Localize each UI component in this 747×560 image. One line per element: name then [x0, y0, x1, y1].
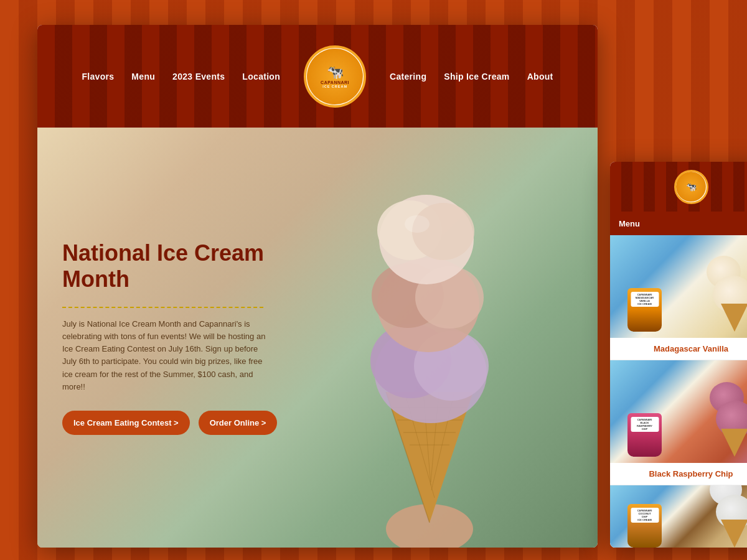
vanilla-flavor-image: CAPANNARIMADAGASCARVANILLAICE CREAM — [610, 235, 747, 338]
hero-buttons: Ice Cream Eating Contest > Order Online … — [62, 411, 299, 435]
hero-title: National Ice Cream Month — [62, 240, 299, 292]
hero-body-text: July is National Ice Cream Month and Cap… — [62, 318, 274, 393]
vanilla-pint: CAPANNARIMADAGASCARVANILLAICE CREAM — [627, 288, 662, 332]
site-logo[interactable]: 🐄 Capannari ICE CREAM — [304, 45, 366, 108]
logo-brand-name: Capannari — [321, 80, 349, 85]
nav-link-menu[interactable]: Menu — [131, 72, 155, 82]
raspberry-cone — [721, 429, 747, 457]
vanilla-flavor-name: Madagascar Vanilla — [610, 338, 747, 360]
mobile-menu-label: Menu — [619, 219, 640, 228]
hero-ice-cream-visual — [311, 128, 548, 548]
hero-content: National Ice Cream Month July is Nationa… — [37, 128, 317, 548]
coconut-pint: CAPANNARICOCONUTCHIPICE CREAM — [627, 504, 662, 548]
mobile-panel: 🐄 Menu ☰ CAPANNARIMADAGASCARVANILLAICE C… — [610, 162, 747, 548]
raspberry-pint-label: CAPANNARIBLACKRASPBERRYCHIP — [631, 417, 659, 432]
raspberry-flavor-image: CAPANNARIBLACKRASPBERRYCHIP — [610, 360, 747, 463]
nav-link-ship[interactable]: Ship Ice Cream — [444, 72, 509, 82]
coconut-flavor-image: CAPANNARICOCONUTCHIPICE CREAM — [610, 485, 747, 548]
main-nav: Flavors Menu 2023 Events Location 🐄 Capa… — [37, 45, 598, 108]
hero-section: National Ice Cream Month July is Nationa… — [37, 128, 598, 548]
nav-link-about[interactable]: About — [527, 72, 553, 82]
coconut-cone — [721, 520, 747, 548]
site-header: Flavors Menu 2023 Events Location 🐄 Capa… — [37, 25, 598, 128]
flavor-card-coconut[interactable]: CAPANNARICOCONUTCHIPICE CREAM — [610, 485, 747, 548]
nav-link-catering[interactable]: Catering — [390, 72, 426, 82]
logo-cow-icon: 🐄 — [327, 64, 344, 80]
mobile-header: 🐄 — [610, 162, 747, 212]
nav-link-flavors[interactable]: Flavors — [82, 72, 114, 82]
raspberry-pint: CAPANNARIBLACKRASPBERRYCHIP — [627, 413, 662, 457]
flavor-card-vanilla[interactable]: CAPANNARIMADAGASCARVANILLAICE CREAM Mada… — [610, 235, 747, 360]
mobile-logo[interactable]: 🐄 — [674, 170, 708, 204]
ice-cream-svg — [330, 128, 529, 548]
svg-point-20 — [405, 215, 430, 233]
nav-link-events[interactable]: 2023 Events — [172, 72, 225, 82]
mobile-logo-cow-icon: 🐄 — [686, 182, 697, 192]
flavor-card-raspberry[interactable]: CAPANNARIBLACKRASPBERRYCHIP Black Raspbe… — [610, 360, 747, 485]
mobile-nav-bar: Menu ☰ — [610, 212, 747, 235]
logo-subtitle: ICE CREAM — [322, 85, 347, 88]
nav-link-location[interactable]: Location — [242, 72, 280, 82]
vanilla-cone — [721, 304, 747, 332]
vanilla-pint-label: CAPANNARIMADAGASCARVANILLAICE CREAM — [631, 292, 659, 307]
order-online-button[interactable]: Order Online > — [199, 411, 278, 435]
coconut-pint-label: CAPANNARICOCONUTCHIPICE CREAM — [631, 508, 659, 523]
hero-divider — [62, 307, 263, 308]
ice-cream-contest-button[interactable]: Ice Cream Eating Contest > — [62, 411, 190, 435]
main-browser-window: Flavors Menu 2023 Events Location 🐄 Capa… — [37, 25, 598, 548]
raspberry-flavor-name: Black Raspberry Chip — [610, 463, 747, 485]
